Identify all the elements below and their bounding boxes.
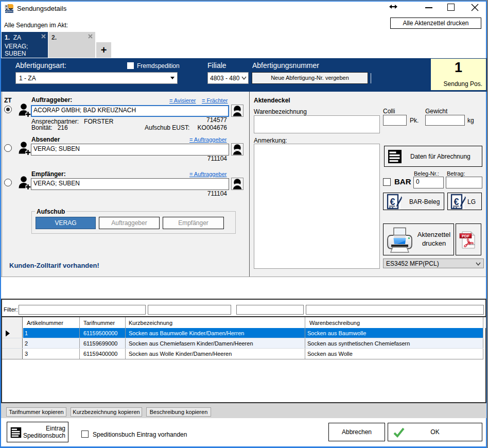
svg-text:€: € [390, 197, 395, 207]
svg-text:VERAG: VERAG [5, 10, 14, 13]
svg-text:Adobe: Adobe [467, 243, 475, 246]
svg-text:€: € [454, 197, 459, 207]
svg-text:PDF: PDF [462, 234, 469, 238]
